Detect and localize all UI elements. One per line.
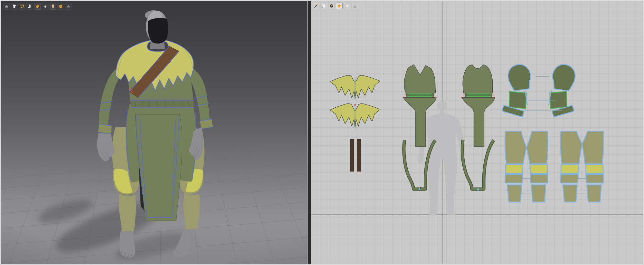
piece-pants-back[interactable]	[561, 131, 604, 202]
left-hand	[97, 133, 115, 161]
measure-tape-icon[interactable]	[65, 3, 72, 10]
shirt-muted-icon[interactable]	[344, 3, 350, 9]
piece-sleeve-cap-right[interactable]	[550, 62, 577, 93]
avatar-head-icon[interactable]	[50, 3, 56, 10]
viewport-3d[interactable]	[1, 1, 307, 264]
toolbar-3d	[3, 3, 72, 10]
shirt-add-icon[interactable]	[320, 3, 327, 9]
show-avatar-icon[interactable]	[26, 3, 33, 10]
piece-sleeve-cap-left[interactable]	[506, 62, 534, 93]
left-foot	[119, 231, 135, 258]
waistband-3d	[130, 100, 194, 107]
piece-tunic-back[interactable]	[462, 65, 495, 191]
avatar-head	[145, 10, 168, 44]
sync-orange-icon[interactable]	[19, 3, 25, 10]
piece-sash-strips[interactable]	[350, 139, 361, 172]
fabric-fold-orange-icon[interactable]	[34, 3, 41, 10]
toolbar-2d	[313, 3, 358, 9]
yarn-ball-icon[interactable]	[57, 3, 64, 10]
viewport-2d[interactable]	[311, 1, 643, 264]
scene-2d[interactable]	[311, 1, 643, 264]
piece-pants-front[interactable]	[505, 131, 548, 202]
left-sleeve-3d[interactable]	[98, 67, 130, 134]
piece-leaf-collar-back[interactable]	[330, 103, 380, 128]
face-mask	[148, 18, 168, 44]
garment-design-workspace	[0, 0, 644, 265]
measure-muted-icon[interactable]	[351, 3, 358, 9]
viewport-divider[interactable]	[307, 1, 311, 264]
hand-tool-icon[interactable]	[3, 3, 10, 10]
piece-leaf-collar-front[interactable]	[330, 75, 380, 100]
show-garment-shirt-icon[interactable]	[11, 3, 18, 10]
pen-tool-icon[interactable]	[313, 3, 319, 9]
fold-paper-icon[interactable]	[42, 3, 49, 10]
scene-3d[interactable]	[1, 1, 307, 264]
fabric-fold-orange-icon[interactable]	[336, 3, 343, 9]
texture-circle-icon[interactable]	[328, 3, 335, 9]
